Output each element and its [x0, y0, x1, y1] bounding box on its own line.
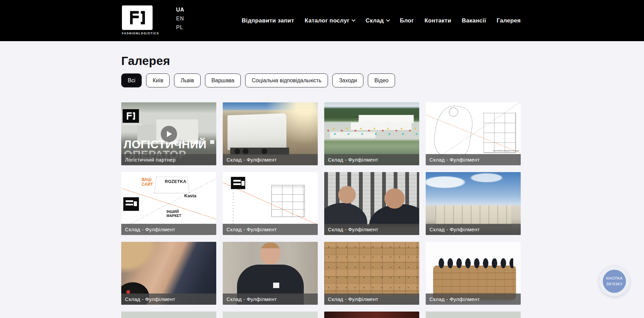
gallery-card-marketplace-diagram[interactable]: ВАШ САЙТ ROZETKA Kasta ІНШИЙ МАРКЕТ Скла…: [121, 172, 216, 235]
caption-text: Склад - Фулфілмент: [328, 227, 378, 232]
nav-gallery[interactable]: Галерея: [497, 17, 521, 24]
gallery-card-rack-aisle[interactable]: [121, 312, 216, 318]
diagram-label-kasta: Kasta: [184, 193, 196, 198]
gallery-caption: Склад - Фулфілмент: [324, 294, 419, 305]
gallery-caption: Склад - Фулфілмент: [324, 224, 419, 235]
caption-text: Склад - Фулфілмент: [429, 227, 480, 232]
caption-text: Склад - Фулфілмент: [328, 296, 378, 302]
gallery-card-rack-worker[interactable]: [223, 312, 318, 318]
rack-worker-image: [223, 312, 318, 318]
contact-button-line2: ЗВ'ЯЗКУ: [606, 281, 623, 287]
contact-button[interactable]: КНОПКА ЗВ'ЯЗКУ: [599, 266, 630, 297]
site-header: FASHIONLOGISTICS UA EN PL Відправити зап…: [0, 0, 644, 41]
gallery-caption: Склад - Фулфілмент: [121, 294, 216, 305]
brand-name: FASHIONLOGISTICS: [122, 32, 153, 35]
filter-social-responsibility[interactable]: Соціальна відповідальність: [245, 73, 328, 87]
lang-en[interactable]: EN: [176, 16, 184, 22]
play-icon: [167, 131, 172, 137]
nav-vacancies[interactable]: Вакансії: [462, 17, 486, 24]
gallery-caption: Склад - Фулфілмент: [223, 154, 318, 165]
diagram-label-your-site: ВАШ САЙТ: [142, 178, 160, 187]
caption-text: Склад - Фулфілмент: [125, 296, 175, 302]
rack-aisle-image: [426, 312, 521, 318]
gallery-card-rack-aisle-2[interactable]: [426, 312, 521, 318]
filter-all[interactable]: Всі: [121, 73, 142, 87]
gallery-card-rack-dark[interactable]: [324, 312, 419, 318]
diagram-label-other-market: ІНШИЙ МАРКЕТ: [167, 210, 187, 218]
caption-text: Склад - Фулфілмент: [328, 157, 378, 163]
rack-dark-image: [324, 312, 419, 318]
nav-warehouse[interactable]: Склад: [365, 17, 389, 24]
fashionlogistics-badge: FASHIONLOGISTICS: [123, 109, 140, 125]
website-url-note: www.fashionlogistics.com.ua: [493, 150, 519, 152]
gallery-card-truck[interactable]: Склад - Фулфілмент: [223, 102, 318, 165]
language-switcher: UA EN PL: [176, 7, 184, 31]
gallery-card-industrial-park[interactable]: Склад - Фулфілмент: [324, 102, 419, 165]
contact-button-line1: КНОПКА: [606, 275, 623, 281]
caption-text: Склад - Фулфілмент: [226, 157, 277, 163]
gallery-card-scanner-closeup[interactable]: Склад - Фулфілмент: [121, 242, 216, 305]
chevron-down-icon: [352, 18, 356, 21]
lang-ua[interactable]: UA: [176, 7, 184, 13]
rack-aisle-image: [121, 312, 216, 318]
nav-label: Відправити запит: [242, 17, 294, 24]
gallery-card-building[interactable]: Склад - Фулфілмент: [426, 172, 521, 235]
fashionlogistics-mark-icon: [231, 177, 245, 189]
nav-label: Контакти: [424, 17, 451, 24]
nav-label: Каталог послуг: [305, 17, 350, 24]
gallery-card-team[interactable]: Склад - Фулфілмент: [426, 242, 521, 305]
nav-label: Склад: [365, 17, 384, 24]
page-title: Галерея: [121, 54, 644, 68]
filter-video[interactable]: Відео: [368, 73, 395, 87]
nav-blog[interactable]: Блог: [400, 17, 414, 24]
gallery-caption: Склад - Фулфілмент: [223, 224, 318, 235]
caption-text: Склад - Фулфілмент: [226, 296, 277, 302]
gallery-caption: Логістичний партнер: [121, 154, 216, 165]
gallery-card-flow-diagram[interactable]: Склад - Фулфілмент: [223, 172, 318, 235]
gallery-card-worker-sketch[interactable]: www.fashionlogistics.com.ua Склад - Фулф…: [426, 102, 521, 165]
caption-text: Склад - Фулфілмент: [125, 227, 175, 232]
lang-pl[interactable]: PL: [176, 24, 184, 31]
nav-services-catalog[interactable]: Каталог послуг: [305, 17, 355, 24]
gallery-caption: Склад - Фулфілмент: [223, 294, 318, 305]
fashionlogistics-mark-icon: [123, 197, 139, 211]
diagram-label-rozetka: ROZETKA: [165, 179, 186, 184]
chevron-down-icon: [386, 18, 390, 21]
filter-lviv[interactable]: Львів: [174, 73, 200, 87]
nav-contacts[interactable]: Контакти: [424, 17, 451, 24]
gallery-caption: Склад - Фулфілмент: [426, 294, 521, 305]
gallery-caption: Склад - Фулфілмент: [121, 224, 216, 235]
caption-text: Склад - Фулфілмент: [429, 296, 480, 302]
nav-label: Вакансії: [462, 17, 486, 24]
contact-button-face: КНОПКА ЗВ'ЯЗКУ: [603, 270, 626, 293]
nav-label: Блог: [400, 17, 414, 24]
brand-logo[interactable]: FASHIONLOGISTICS: [122, 5, 153, 35]
gallery-caption: Склад - Фулфілмент: [426, 224, 521, 235]
gallery-card-video[interactable]: FASHIONLOGISTICS ЛОГІСТИЧНИЙ ОПЕРАТОР Ло…: [121, 102, 216, 165]
caption-text: Склад - Фулфілмент: [226, 227, 277, 232]
gallery-card-boxes[interactable]: Склад - Фулфілмент: [324, 242, 419, 305]
nav-label: Галерея: [497, 17, 521, 24]
gallery-card-woman-polo[interactable]: Склад - Фулфілмент: [223, 242, 318, 305]
fashionlogistics-mark-icon: [123, 109, 139, 123]
badge-brand-text: FASHIONLOGISTICS: [123, 123, 140, 125]
gallery-page: Галерея Всі Київ Львів Варшава Соціальна…: [0, 54, 644, 318]
caption-text: Логістичний партнер: [125, 157, 176, 163]
main-nav: Відправити запит Каталог послуг Склад Бл…: [242, 0, 521, 41]
gallery-filters: Всі Київ Львів Варшава Соціальна відпові…: [121, 73, 644, 87]
gallery-caption: Склад - Фулфілмент: [426, 154, 521, 165]
filter-warsaw[interactable]: Варшава: [205, 73, 241, 87]
fashionlogistics-logo-icon: [122, 5, 153, 30]
filter-kyiv[interactable]: Київ: [146, 73, 170, 87]
nav-send-request[interactable]: Відправити запит: [242, 17, 294, 24]
play-button[interactable]: [161, 126, 177, 142]
filter-events[interactable]: Заходи: [332, 73, 363, 87]
caption-text: Склад - Фулфілмент: [429, 157, 480, 163]
gallery-grid: FASHIONLOGISTICS ЛОГІСТИЧНИЙ ОПЕРАТОР Ло…: [121, 102, 521, 318]
gallery-card-meeting[interactable]: Склад - Фулфілмент: [324, 172, 419, 235]
gallery-caption: Склад - Фулфілмент: [324, 154, 419, 165]
